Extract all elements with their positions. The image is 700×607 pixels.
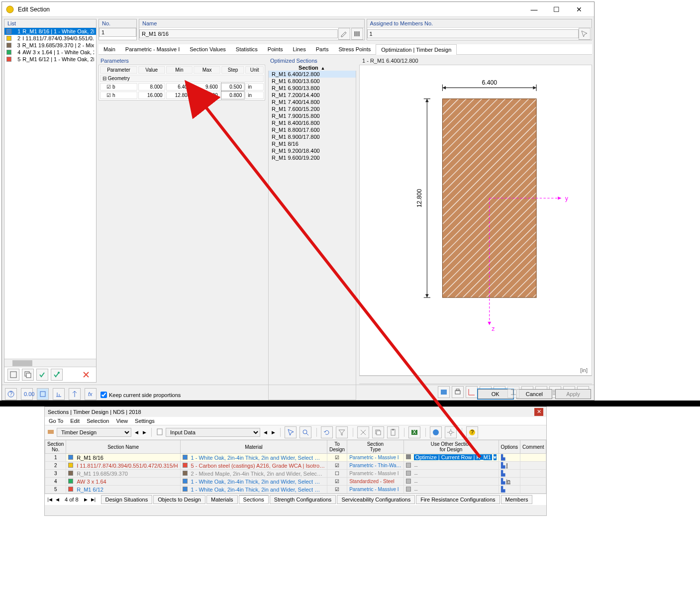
tab[interactable]: Statistics [231, 44, 263, 54]
design-selector[interactable]: Timber Design [57, 428, 131, 437]
maximize-button[interactable]: ☐ [545, 2, 568, 17]
data-selector-icon [156, 428, 164, 437]
list-item[interactable]: 1R_M1 8/16 | 1 - White Oak, 2in-4 [4, 28, 96, 35]
data-nav-prev[interactable]: ◀ [262, 430, 268, 435]
view-tool-print[interactable] [452, 386, 464, 398]
table-row[interactable]: 3 R_M1 19.685/39.370 2 - Mixed Maple, 2i… [45, 470, 546, 478]
list-tool-4[interactable] [51, 369, 63, 381]
footer-tool-3[interactable] [37, 388, 49, 400]
optimized-row[interactable]: R_M1 7.200/14.400 [269, 92, 356, 99]
nav-first[interactable]: |◀ [47, 497, 53, 502]
parameter-row[interactable]: ☑ h16.00012.80019.2000.800in [100, 92, 264, 99]
optimized-row[interactable]: R_M1 7.900/15.800 [269, 112, 356, 119]
menu-item[interactable]: View [116, 418, 128, 424]
list-item[interactable]: 2I 11.811/7.874/0.394/0.551/0.472 [4, 35, 96, 42]
tab[interactable]: Lines [288, 44, 310, 54]
footer-tool-5[interactable] [69, 388, 81, 400]
minimize-button[interactable]: — [523, 2, 545, 17]
nav-last[interactable]: ▶| [91, 497, 97, 502]
tool-find[interactable] [300, 426, 311, 438]
table-row[interactable]: 5 R_M1 6/12 1 - White Oak, 2in-4in Thick… [45, 486, 546, 494]
optimized-row[interactable]: R_M1 8.800/17.600 [269, 126, 356, 133]
name-edit-icon[interactable] [338, 28, 350, 40]
optimized-row[interactable]: R_M1 6.900/13.800 [269, 85, 356, 92]
optimized-row[interactable]: R_M1 9.200/18.400 [269, 147, 356, 154]
view-tool-ibeam2[interactable] [507, 386, 519, 398]
optimized-row[interactable]: R_M1 8/16 [269, 140, 356, 147]
delete-icon[interactable] [80, 369, 92, 381]
data-nav-next[interactable]: ▶ [270, 430, 276, 435]
optimized-row[interactable]: R_M1 9.600/19.200 [269, 154, 356, 161]
list-scrollbar[interactable] [4, 359, 96, 367]
menu-item[interactable]: Go To [49, 418, 63, 424]
keep-proportions-checkbox[interactable] [100, 392, 107, 398]
design-nav-next[interactable]: ▶ [141, 430, 147, 435]
nav-tab[interactable]: Materials [206, 495, 238, 504]
nav-tab[interactable]: Design Situations [101, 495, 153, 504]
tool-web[interactable] [430, 426, 442, 438]
menu-item[interactable]: Settings [135, 418, 155, 424]
nav-tab[interactable]: Serviceability Configurations [337, 495, 415, 504]
optimized-row[interactable]: R_M1 8.400/16.800 [269, 119, 356, 126]
design-nav-prev[interactable]: ◀ [133, 430, 139, 435]
view-tool-axes[interactable] [466, 386, 478, 398]
tab[interactable]: Parts [311, 44, 334, 54]
close-button[interactable]: ✕ [568, 2, 590, 17]
nav-tab[interactable]: Sections [239, 495, 269, 504]
parameters-grid[interactable]: ParameterValueMinMaxStepUnit ⊟ Geometry … [99, 65, 265, 101]
tab[interactable]: Optimization | Timber Design [376, 44, 457, 55]
optimized-row[interactable]: R_M1 7.400/14.800 [269, 99, 356, 105]
assigned-pick-icon[interactable] [579, 28, 591, 40]
parameter-row[interactable]: ☑ b8.0006.4009.6000.500in [100, 83, 264, 91]
tool-cut[interactable] [357, 426, 369, 438]
optimized-row[interactable]: R_M1 8.900/17.800 [269, 133, 356, 140]
list-tool-2[interactable] [22, 369, 34, 381]
nav-tab[interactable]: Fire Resistance Configurations [416, 495, 500, 504]
table-row[interactable]: 4 AW 3 x 1.64 1 - White Oak, 2in-4in Thi… [45, 478, 546, 486]
footer-tool-6[interactable]: fx [85, 388, 97, 400]
optimized-row[interactable]: R_M1 6.400/12.800 [269, 71, 356, 78]
name-library-icon[interactable] [351, 28, 363, 40]
nav-next[interactable]: ▶ [83, 497, 89, 502]
tool-refresh[interactable] [321, 426, 333, 438]
view-tool-1[interactable] [438, 386, 450, 398]
table-row[interactable]: 1 R_M1 8/16 1 - White Oak, 2in-4in Thick… [45, 454, 546, 462]
list-item[interactable]: 3R_M1 19.685/39.370 | 2 - Mixed M [4, 42, 96, 49]
tool-paste[interactable] [387, 426, 399, 438]
optimized-row[interactable]: R_M1 7.600/15.200 [269, 105, 356, 112]
data-selector[interactable]: Input Data [166, 428, 260, 437]
nav-tab[interactable]: Members [501, 495, 533, 504]
nav-prev[interactable]: ◀ [54, 497, 60, 502]
footer-tool-units[interactable]: 0.00 [21, 388, 33, 400]
tool-pointer[interactable] [285, 426, 297, 438]
footer-tool-info[interactable]: ? [5, 388, 17, 400]
table-row[interactable]: 2 I 11.811/7.874/0.394/0.551/0.472/0.315… [45, 462, 546, 470]
svg-text:12.800: 12.800 [416, 189, 423, 207]
tool-filter[interactable] [336, 426, 348, 438]
tab[interactable]: Points [263, 44, 288, 54]
tool-help[interactable]: ? [466, 426, 478, 438]
section-preview[interactable]: 6.400 12.800 [359, 65, 592, 376]
optimized-row[interactable]: R_M1 6.800/13.600 [269, 78, 356, 85]
footer-tool-4[interactable] [53, 388, 65, 400]
tool-copy[interactable] [372, 426, 384, 438]
tool-config[interactable] [445, 426, 457, 438]
tool-excel[interactable]: X [408, 426, 420, 438]
sections-grid[interactable]: SectionNo.Section NameMaterialToDesignSe… [45, 440, 546, 494]
tab[interactable]: Parametric - Massive I [120, 44, 185, 54]
nav-tab[interactable]: Strength Configurations [270, 495, 336, 504]
list-item[interactable]: 5R_M1 6/12 | 1 - White Oak, 2in-4 [4, 56, 96, 63]
tab[interactable]: Main [99, 44, 120, 54]
cancel-button[interactable]: Cancel [516, 389, 552, 399]
preview-scrollbar[interactable] [359, 376, 592, 384]
tab[interactable]: Section Values [185, 44, 231, 54]
sections-close-icon[interactable]: ✕ [534, 408, 543, 416]
optimized-sort-header[interactable]: Section ▲ [268, 65, 356, 71]
list-tool-1[interactable] [7, 369, 19, 381]
menu-item[interactable]: Edit [70, 418, 80, 424]
tab[interactable]: Stress Points [333, 44, 376, 54]
menu-item[interactable]: Selection [87, 418, 109, 424]
list-tool-3[interactable] [36, 369, 48, 381]
list-item[interactable]: 4AW 3 x 1.64 | 1 - White Oak, 2in- [4, 49, 96, 56]
nav-tab[interactable]: Objects to Design [153, 495, 205, 504]
